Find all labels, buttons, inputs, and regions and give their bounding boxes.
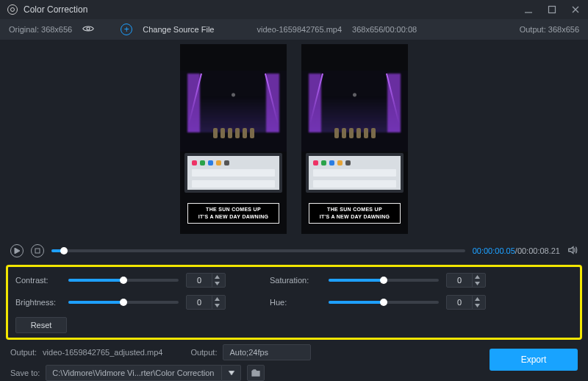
preview-toggle-icon[interactable] xyxy=(82,24,94,35)
svg-marker-5 xyxy=(15,248,20,254)
contrast-value[interactable] xyxy=(186,273,226,288)
svg-marker-11 xyxy=(215,297,220,301)
reset-button[interactable]: Reset xyxy=(15,317,67,333)
change-source-button[interactable]: Change Source File xyxy=(143,25,214,34)
output-dimensions-label: Output: 368x656 xyxy=(520,25,579,34)
original-preview: THE SUN COMES UP IT'S A NEW DAY DAWNING xyxy=(180,44,287,234)
svg-marker-15 xyxy=(229,371,234,375)
original-dimensions-label: Original: 368x656 xyxy=(9,25,72,34)
output-format-field[interactable]: Auto;24fps xyxy=(223,344,311,360)
output-format-label: Output: xyxy=(190,348,217,357)
svg-rect-6 xyxy=(35,249,40,253)
caption-line: IT'S A NEW DAY DAWNING xyxy=(311,213,398,221)
caption-line: IT'S A NEW DAY DAWNING xyxy=(190,213,277,221)
playback-time: 00:00:00.05/00:00:08.21 xyxy=(473,246,560,255)
brightness-slider[interactable] xyxy=(68,301,179,304)
save-path-field[interactable]: C:\Vidmore\Vidmore Vi...rter\Color Corre… xyxy=(46,365,222,381)
stop-button[interactable] xyxy=(31,244,44,257)
svg-marker-12 xyxy=(215,304,220,307)
volume-icon[interactable] xyxy=(567,245,578,257)
svg-rect-1 xyxy=(549,7,556,13)
close-button[interactable] xyxy=(570,4,581,15)
svg-marker-9 xyxy=(475,275,480,279)
output-preview: THE SUN COMES UP IT'S A NEW DAY DAWNING xyxy=(301,44,408,234)
source-filename: video-1659842765.mp4 xyxy=(257,25,342,34)
contrast-slider[interactable] xyxy=(68,279,179,282)
brightness-label: Brightness: xyxy=(15,298,61,307)
saturation-value[interactable] xyxy=(446,273,486,288)
svg-marker-13 xyxy=(475,297,480,301)
maximize-button[interactable] xyxy=(547,4,557,15)
source-filemeta: 368x656/00:00:08 xyxy=(352,25,417,34)
svg-marker-7 xyxy=(215,275,220,279)
step-up-icon xyxy=(212,274,222,280)
svg-marker-8 xyxy=(215,282,220,285)
hue-slider[interactable] xyxy=(329,301,439,304)
minimize-button[interactable] xyxy=(523,4,534,15)
svg-marker-10 xyxy=(475,282,480,285)
output-filename: video-1659842765_adjusted.mp4 xyxy=(43,348,162,357)
saturation-slider[interactable] xyxy=(329,279,439,282)
caption-line: THE SUN COMES UP xyxy=(190,206,277,213)
save-to-label: Save to: xyxy=(10,368,40,377)
brightness-value[interactable] xyxy=(186,295,226,310)
output-file-label: Output: xyxy=(10,348,37,357)
svg-marker-14 xyxy=(475,304,480,307)
svg-rect-16 xyxy=(252,371,259,376)
add-icon[interactable]: + xyxy=(121,24,132,35)
color-controls-panel: Contrast: Saturation: Brightness: Hue: R… xyxy=(6,265,582,340)
contrast-label: Contrast: xyxy=(15,276,61,285)
hue-value[interactable] xyxy=(446,295,486,310)
play-button[interactable] xyxy=(10,244,24,257)
svg-point-4 xyxy=(87,27,90,30)
hue-label: Hue: xyxy=(270,298,321,307)
app-icon xyxy=(7,4,18,15)
open-folder-button[interactable] xyxy=(247,365,265,381)
seek-slider[interactable] xyxy=(51,249,465,252)
save-path-dropdown[interactable] xyxy=(222,365,241,381)
caption-line: THE SUN COMES UP xyxy=(311,206,398,213)
window-title: Color Correction xyxy=(24,4,87,15)
export-button[interactable]: Export xyxy=(490,349,578,371)
step-down-icon xyxy=(212,280,222,287)
saturation-label: Saturation: xyxy=(270,276,321,285)
